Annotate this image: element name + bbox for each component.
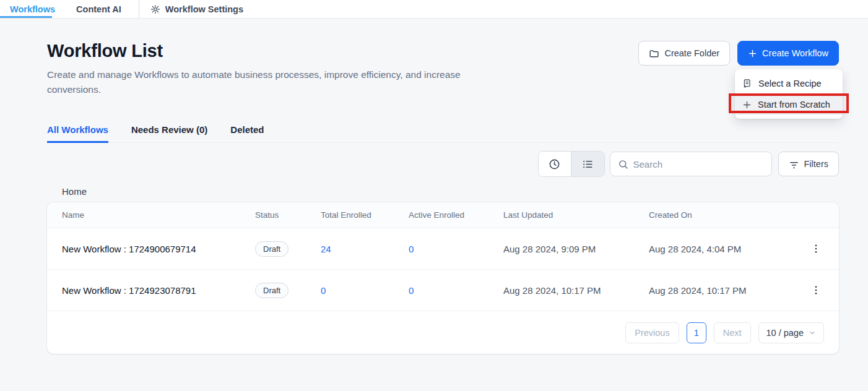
plus-icon [748,49,757,58]
chevron-down-icon [809,329,816,337]
create-folder-button[interactable]: Create Folder [638,41,730,66]
page-number-button[interactable]: 1 [687,322,706,343]
plus-icon [742,100,752,110]
folder-icon [649,48,659,59]
table-header-row: Name Status Total Enrolled Active Enroll… [47,202,839,228]
next-page-button[interactable]: Next [714,322,751,343]
column-header-last-updated: Last Updated [503,210,649,220]
workflow-name[interactable]: New Workflow : 1724900679714 [62,244,255,254]
create-workflow-button[interactable]: Create Workflow [737,41,839,66]
nav-active-underline [0,16,52,18]
table-toolbar: Filters [47,151,839,177]
clock-icon [549,158,560,170]
menu-item-start-from-scratch[interactable]: Start from Scratch [735,94,843,115]
breadcrumb: Home [47,186,839,197]
workflow-tabs: All Workflows Needs Review (0) Deleted [47,124,839,143]
row-actions-kebab-icon[interactable] [794,243,824,254]
last-updated-value: Aug 28 2024, 9:09 PM [503,244,649,254]
list-icon [582,158,594,170]
column-header-total-enrolled: Total Enrolled [321,210,409,220]
total-enrolled-link[interactable]: 24 [321,244,409,254]
breadcrumb-home[interactable]: Home [62,186,87,197]
list-view-button[interactable] [571,152,604,176]
history-view-button[interactable] [539,152,571,176]
column-header-name: Name [62,210,255,220]
top-nav: Workflows Content AI Workflow Settings [0,0,868,19]
menu-item-start-from-scratch-label: Start from Scratch [758,100,830,110]
page-size-select[interactable]: 10 / page [758,322,824,343]
nav-tab-workflows[interactable]: Workflows [5,4,60,14]
table-row[interactable]: New Workflow : 1724923078791 Draft 0 0 A… [47,270,839,311]
table-row[interactable]: New Workflow : 1724900679714 Draft 24 0 … [47,228,839,270]
active-enrolled-link[interactable]: 0 [409,285,503,296]
gear-icon [150,4,160,14]
nav-settings-label: Workflow Settings [165,4,243,14]
status-badge: Draft [255,283,289,298]
main-content: Workflow List Create and manage Workflow… [47,41,839,354]
tab-all-workflows[interactable]: All Workflows [47,124,108,142]
filters-label: Filters [804,159,828,169]
pagination: Previous 1 Next 10 / page [47,311,839,354]
nav-workflow-settings[interactable]: Workflow Settings [150,4,243,14]
page-header-text: Workflow List Create and manage Workflow… [47,41,508,97]
workflow-name[interactable]: New Workflow : 1724923078791 [62,285,255,296]
column-header-active-enrolled: Active Enrolled [409,210,503,220]
column-header-status: Status [255,210,321,220]
row-actions-kebab-icon[interactable] [794,285,824,296]
tab-needs-review[interactable]: Needs Review (0) [131,124,207,142]
search-input[interactable] [633,159,764,170]
last-updated-value: Aug 28 2024, 10:17 PM [503,285,649,296]
column-header-created-on: Created On [649,210,794,220]
create-workflow-label: Create Workflow [762,48,828,58]
filter-icon [789,159,799,170]
nav-tab-content-ai[interactable]: Content AI [71,4,126,14]
page-title: Workflow List [47,41,508,61]
view-toggle [538,151,605,177]
menu-item-select-recipe[interactable]: Select a Recipe [735,73,843,94]
search-box [610,152,772,176]
nav-divider [139,0,139,19]
created-on-value: Aug 28 2024, 10:17 PM [649,285,794,296]
create-folder-label: Create Folder [664,48,719,58]
page-size-label: 10 / page [766,328,804,338]
total-enrolled-link[interactable]: 0 [321,285,409,296]
filters-button[interactable]: Filters [778,152,839,176]
menu-item-select-recipe-label: Select a Recipe [758,79,822,88]
page-header: Workflow List Create and manage Workflow… [47,41,839,97]
active-enrolled-link[interactable]: 0 [409,244,503,254]
created-on-value: Aug 28 2024, 4:04 PM [649,244,794,254]
header-actions: Create Folder Create Workflow [638,41,839,66]
search-icon [618,159,628,170]
create-workflow-menu: Select a Recipe Start from Scratch [735,69,843,119]
page-description: Create and manage Workflows to automate … [47,67,508,97]
workflow-table-card: Name Status Total Enrolled Active Enroll… [47,202,839,354]
recipe-icon [742,79,752,88]
previous-page-button[interactable]: Previous [625,322,679,343]
status-badge: Draft [255,241,289,257]
tab-deleted[interactable]: Deleted [230,124,264,142]
